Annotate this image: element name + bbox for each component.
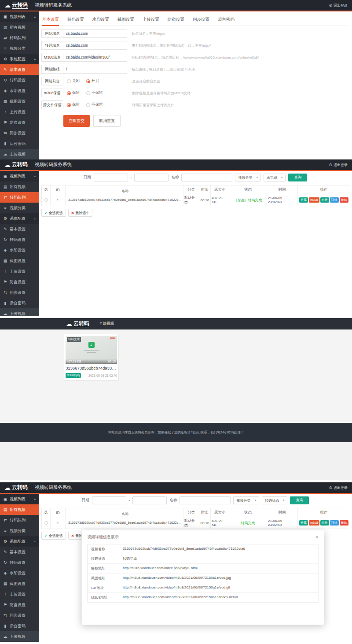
tab-basic[interactable]: 基本设置: [42, 17, 59, 22]
sidebar-item-basic-settings[interactable]: ✎基本设置: [0, 224, 39, 234]
search-button[interactable]: 查询: [288, 174, 307, 181]
date-to-input[interactable]: [132, 496, 167, 504]
sidebar-item-screenshot-settings[interactable]: ▦截图设置: [0, 96, 39, 107]
category-select[interactable]: 视频分类 ▾: [233, 496, 259, 504]
tab-sync[interactable]: 同步设置: [193, 17, 209, 22]
radio-site-front-option[interactable]: 关闭: [67, 78, 80, 84]
brand-logo[interactable]: ☁ 云转码: [4, 2, 28, 9]
sidebar-item-anti-theft-settings[interactable]: ⚑防盗设置: [0, 600, 39, 610]
row-checkbox[interactable]: [44, 521, 48, 525]
sidebar-item-system-config[interactable]: ⚙系统配置▴: [0, 54, 39, 64]
video-title[interactable]: 3136673d562bcb74d933ba577b0e6df8_8eee1ad…: [66, 366, 117, 370]
action-share-button[interactable]: 分享: [299, 520, 308, 526]
sidebar-item-transcode-settings[interactable]: ↻转码设置: [0, 234, 39, 245]
sidebar-item-all-videos[interactable]: ▤所有视频: [0, 181, 39, 192]
sidebar-item-transcode-settings[interactable]: ↻转码设置: [0, 75, 39, 85]
sidebar-item-video-list[interactable]: ▣视频列表▴: [0, 171, 39, 181]
radio-source-keep-option[interactable]: 保留: [67, 102, 80, 107]
sidebar-item-transcode-settings[interactable]: ↻转码设置: [0, 557, 39, 568]
action-share-button[interactable]: 分享: [299, 197, 308, 203]
field-input-site-path[interactable]: [63, 65, 127, 74]
select-all-button[interactable]: ✔ 全选反选: [41, 209, 66, 217]
search-button[interactable]: 查询: [290, 496, 309, 504]
name-input[interactable]: [181, 174, 232, 181]
category-select[interactable]: 视频分类 ▾: [235, 174, 261, 181]
logout-button[interactable]: ⊙ 退出登录: [329, 3, 348, 8]
sidebar-item-admin-password[interactable]: ▮后台密码: [0, 138, 39, 149]
date-from-input[interactable]: [94, 174, 128, 181]
sidebar-item-admin-password[interactable]: ▮后台密码: [0, 621, 39, 631]
sidebar-item-upload-settings[interactable]: ↑上传设置: [0, 266, 39, 277]
sidebar-item-upload-video[interactable]: ☁上传视频: [0, 308, 39, 316]
logout-button[interactable]: ⊙ 退出登录: [329, 485, 348, 490]
sidebar-item-upload-settings[interactable]: ↑上传设置: [0, 107, 39, 117]
tab-transcode[interactable]: 转码设置: [67, 17, 84, 22]
action-m3u8-button[interactable]: m3u8: [309, 520, 319, 526]
sidebar-item-video-category[interactable]: ≡视频分类: [0, 526, 39, 536]
brand-logo[interactable]: ☁ 云转码: [4, 161, 28, 168]
tab-anti-theft[interactable]: 防盗设置: [168, 17, 184, 22]
brand-logo[interactable]: ☁ 云转码: [66, 320, 89, 327]
close-icon[interactable]: ×: [316, 535, 319, 540]
sidebar-item-transcode-queue[interactable]: ⇄转码队列: [0, 192, 39, 203]
sidebar-item-basic-settings[interactable]: ✎基本设置: [0, 547, 39, 557]
video-card[interactable]: 转码完成 ⇣ 407.29 KB 00:10 3136673d562bcb74d…: [64, 334, 119, 381]
tab-upload[interactable]: 上传设置: [143, 17, 159, 22]
sidebar-item-system-config[interactable]: ⚙系统配置▴: [0, 213, 39, 224]
sidebar-item-sync-settings[interactable]: ⇆同步设置: [0, 128, 39, 138]
m3u8-tag[interactable]: m3u8转码: [66, 373, 81, 378]
sidebar-item-upload-video[interactable]: ☁上传视频: [0, 631, 39, 642]
action-image-button[interactable]: 图片: [320, 520, 329, 526]
logout-button[interactable]: ⊙ 退出登录: [329, 163, 348, 167]
nav-all-videos[interactable]: 全部视频: [99, 321, 114, 326]
sidebar-item-transcode-queue[interactable]: ⇄转码队列: [0, 33, 39, 43]
radio-m3u8-keep-option[interactable]: 保留: [67, 90, 80, 96]
tab-watermark[interactable]: 水印设置: [92, 17, 109, 22]
action-detail-button[interactable]: 详情: [330, 197, 339, 203]
radio-source-keep-option[interactable]: 不保留: [86, 102, 103, 107]
sidebar-item-video-list[interactable]: ▣视频列表▴: [0, 11, 39, 22]
action-delete-button[interactable]: 删除: [340, 197, 348, 203]
brand-logo[interactable]: ☁ 云转码: [4, 484, 28, 491]
sidebar-item-anti-theft-settings[interactable]: ⚑防盗设置: [0, 277, 39, 287]
sidebar-item-all-videos[interactable]: ▤所有视频: [0, 504, 39, 515]
field-input-site-domain[interactable]: [63, 29, 127, 38]
field-input-transcode-domain[interactable]: [63, 41, 127, 50]
action-detail-button[interactable]: 详情: [330, 520, 339, 526]
sidebar-item-sync-settings[interactable]: ⇆同步设置: [0, 610, 39, 621]
sidebar-item-screenshot-settings[interactable]: ▦截图设置: [0, 578, 39, 589]
sidebar-item-watermark-settings[interactable]: ◈水印设置: [0, 568, 39, 578]
sidebar-item-anti-theft-settings[interactable]: ⚑防盗设置: [0, 117, 39, 128]
sidebar-item-all-videos[interactable]: ▤所有视频: [0, 22, 39, 33]
reset-button[interactable]: 取消重置: [93, 115, 121, 127]
sidebar-item-video-category[interactable]: ≡视频分类: [0, 203, 39, 213]
sidebar-item-system-config[interactable]: ⚙系统配置▴: [0, 536, 39, 547]
date-to-input[interactable]: [134, 174, 169, 181]
action-m3u8-button[interactable]: m3u8: [309, 197, 319, 203]
field-input-m3u8-domain[interactable]: [63, 53, 127, 62]
status-select[interactable]: 未完成 ▾: [264, 174, 286, 181]
row-checkbox[interactable]: [44, 198, 48, 202]
sidebar-item-video-list[interactable]: ▣视频列表▴: [0, 494, 39, 504]
delete-selected-button[interactable]: ✖ 删除选中: [68, 209, 93, 217]
radio-site-front-option[interactable]: 开启: [86, 78, 99, 84]
action-delete-button[interactable]: 删除: [340, 520, 348, 526]
sidebar-item-upload-settings[interactable]: ↑上传设置: [0, 589, 39, 600]
tab-screenshot[interactable]: 截图设置: [117, 17, 134, 22]
sidebar-item-screenshot-settings[interactable]: ▦截图设置: [0, 255, 39, 266]
video-thumbnail[interactable]: 转码完成 ⇣ 407.29 KB 00:10: [66, 336, 117, 364]
sidebar-item-admin-password[interactable]: ▮后台密码: [0, 298, 39, 308]
radio-m3u8-keep-option[interactable]: 不保留: [86, 90, 103, 96]
sidebar-item-upload-video[interactable]: ☁上传视频: [0, 149, 39, 159]
sidebar-item-basic-settings[interactable]: ✎基本设置: [0, 64, 39, 75]
sidebar-item-watermark-settings[interactable]: ◈水印设置: [0, 245, 39, 255]
sidebar-item-watermark-settings[interactable]: ◈水印设置: [0, 85, 39, 96]
sidebar-item-sync-settings[interactable]: ⇆同步设置: [0, 287, 39, 298]
name-input[interactable]: [180, 496, 231, 504]
status-select[interactable]: 转码状态 ▾: [262, 496, 288, 504]
submit-button[interactable]: 立即提交: [63, 115, 90, 127]
select-all-button[interactable]: ✔ 全选反选: [41, 532, 66, 540]
sidebar-item-transcode-queue[interactable]: ⇄转码队列: [0, 515, 39, 526]
action-image-button[interactable]: 图片: [320, 197, 329, 203]
sidebar-item-video-category[interactable]: ≡视频分类: [0, 43, 39, 54]
